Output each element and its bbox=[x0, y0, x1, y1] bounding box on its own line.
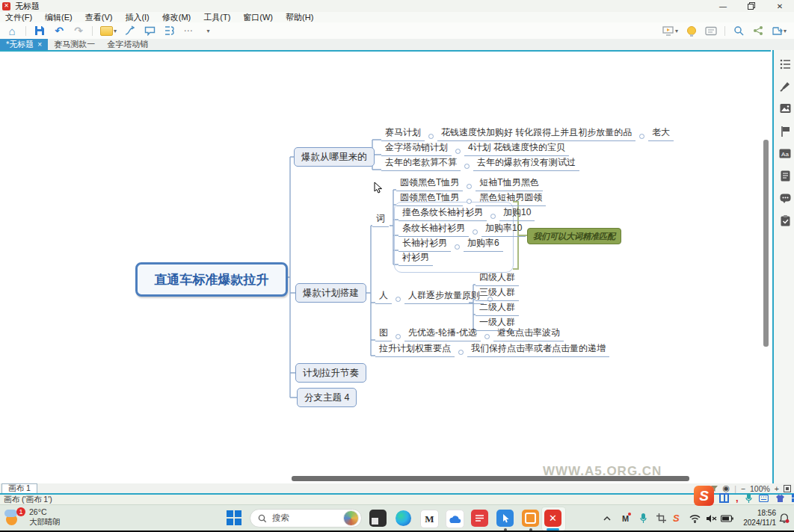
app-cloud[interactable] bbox=[446, 510, 464, 528]
chinese-mode-icon[interactable] bbox=[719, 493, 729, 503]
fit-screen-icon[interactable] bbox=[784, 485, 791, 492]
app-mindmaster-active[interactable]: ✕ bbox=[544, 510, 561, 527]
menu-edit[interactable]: 编辑(E) bbox=[45, 12, 73, 23]
menu-file[interactable]: 文件(F) bbox=[5, 12, 32, 23]
maximize-button[interactable] bbox=[737, 0, 766, 12]
topic[interactable]: 条纹长袖衬衫男 bbox=[398, 221, 469, 237]
topic[interactable]: 长袖衬衫男 bbox=[398, 236, 451, 252]
sogou-logo-icon[interactable]: S bbox=[694, 486, 714, 506]
menu-help[interactable]: 帮助(H) bbox=[286, 12, 313, 23]
more-tools-button[interactable]: ⋯ bbox=[182, 24, 194, 37]
task-panel-button[interactable] bbox=[779, 214, 791, 226]
zoom-out-button[interactable]: − bbox=[741, 484, 745, 493]
tray-battery[interactable] bbox=[721, 505, 733, 531]
home-button[interactable]: ⌂ bbox=[6, 24, 18, 37]
presentation-button[interactable]: ▾ bbox=[662, 24, 678, 37]
summary-callout[interactable]: 我们可以大词精准匹配 bbox=[527, 228, 621, 244]
topic[interactable]: 我们保持点击率或者点击量的递增 bbox=[467, 341, 609, 357]
tab-close-icon[interactable]: × bbox=[37, 40, 42, 49]
taskbar-clock[interactable]: 18:56 2024/11/1 bbox=[737, 509, 776, 528]
close-button[interactable]: ✕ bbox=[766, 0, 794, 12]
menu-window[interactable]: 窗口(W) bbox=[243, 12, 273, 23]
sogou-menu-icon[interactable] bbox=[792, 494, 794, 502]
start-button[interactable] bbox=[227, 510, 242, 526]
punctuation-icon[interactable]: , bbox=[736, 495, 739, 501]
tray-screenshot[interactable] bbox=[656, 505, 666, 531]
topic-word[interactable]: 词 bbox=[372, 211, 389, 227]
note-panel-button[interactable] bbox=[779, 170, 791, 182]
topic[interactable]: 赛马计划 bbox=[381, 126, 425, 141]
branch-build[interactable]: 爆款计划搭建 bbox=[295, 283, 366, 303]
menu-insert[interactable]: 插入(I) bbox=[125, 12, 149, 23]
doc-tab-saima[interactable]: 赛马测款一 bbox=[48, 39, 101, 50]
topic[interactable]: 人群逐步放量原则 bbox=[404, 288, 484, 304]
topic-picture[interactable]: 图 bbox=[375, 326, 392, 341]
topic[interactable]: 圆领黑色T恤男 bbox=[396, 191, 463, 206]
image-panel-button[interactable] bbox=[779, 102, 791, 114]
topic[interactable]: 圆领黑色T恤男 bbox=[396, 176, 463, 191]
zoom-in-button[interactable]: + bbox=[775, 484, 779, 493]
topic[interactable]: 拉升计划权重要点 bbox=[375, 341, 455, 357]
topic[interactable]: 花钱速度快加购好 转化跟得上并且初步放量的品 bbox=[437, 126, 635, 141]
central-topic[interactable]: 直通车标准爆款拉升 bbox=[135, 262, 288, 297]
topic[interactable]: 先优选-轮播-优选 bbox=[404, 326, 481, 341]
mic-icon[interactable] bbox=[745, 493, 752, 503]
keyboard-icon[interactable] bbox=[759, 495, 769, 502]
skin-shirt-icon[interactable] bbox=[775, 494, 785, 503]
redo-button[interactable]: ↷ bbox=[73, 24, 84, 37]
topic[interactable]: 二级人群 bbox=[476, 300, 519, 316]
app-m-tile[interactable]: M bbox=[420, 510, 439, 528]
topic[interactable]: 黑色短袖男圆领 bbox=[476, 191, 546, 206]
undo-button[interactable]: ↶ bbox=[53, 24, 65, 37]
topic[interactable]: 避免点击率波动 bbox=[493, 326, 564, 341]
search-button[interactable] bbox=[733, 24, 745, 37]
tray-mic[interactable] bbox=[640, 505, 647, 531]
vertical-scrollbar[interactable] bbox=[763, 140, 769, 347]
theme-style-button[interactable]: ▾ bbox=[100, 24, 117, 37]
menu-tools[interactable]: 工具(T) bbox=[203, 12, 230, 23]
relationship-button[interactable] bbox=[124, 24, 136, 37]
app-edge[interactable] bbox=[395, 510, 412, 527]
tray-sogou[interactable]: S bbox=[673, 505, 680, 531]
topic[interactable]: 金字塔动销计划 bbox=[381, 140, 452, 156]
minimize-button[interactable]: — bbox=[709, 0, 737, 12]
app-red-tile[interactable] bbox=[471, 510, 488, 527]
idea-button[interactable] bbox=[686, 24, 698, 37]
doc-tab-untitled[interactable]: *无标题 × bbox=[0, 39, 48, 50]
callout-button[interactable] bbox=[144, 24, 156, 37]
topic[interactable]: 去年的爆款有没有测试过 bbox=[473, 155, 579, 171]
topic[interactable]: 短袖T恤男黑色 bbox=[476, 176, 542, 191]
menu-view[interactable]: 查看(V) bbox=[85, 12, 113, 23]
memo-button[interactable] bbox=[705, 24, 717, 37]
app-orange-tile[interactable] bbox=[522, 510, 539, 527]
topic-people[interactable]: 人 bbox=[375, 288, 392, 304]
topic[interactable]: 加购10 bbox=[499, 205, 535, 221]
topic[interactable]: 撞色条纹长袖衬衫男 bbox=[398, 205, 487, 221]
tray-wifi[interactable] bbox=[689, 505, 701, 531]
app-dark-tile[interactable] bbox=[369, 510, 387, 527]
topic[interactable]: 老大 bbox=[648, 126, 674, 141]
flag-panel-button[interactable] bbox=[779, 125, 791, 137]
tray-m-app[interactable]: M bbox=[622, 505, 629, 531]
weather-widget[interactable]: 1 26°C 大部晴朗 bbox=[4, 507, 61, 527]
toolbar-dropdown-button[interactable]: ▾ bbox=[202, 24, 214, 37]
branch-rhythm[interactable]: 计划拉升节奏 bbox=[295, 363, 366, 383]
topic[interactable]: 三级人群 bbox=[476, 285, 519, 301]
topic[interactable]: 加购率10 bbox=[481, 221, 526, 237]
save-button[interactable] bbox=[34, 24, 46, 37]
tray-volume-muted[interactable] bbox=[706, 505, 717, 531]
font-panel-button[interactable]: Aa bbox=[779, 147, 791, 159]
canvas-tab[interactable]: 画布 1 bbox=[1, 483, 37, 493]
branch-4[interactable]: 分支主题 4 bbox=[297, 388, 357, 407]
topic[interactable]: 四级人群 bbox=[476, 270, 519, 286]
doc-tab-jinzita[interactable]: 金字塔动销 bbox=[101, 39, 154, 50]
outline-panel-button[interactable] bbox=[779, 58, 791, 69]
branch-from[interactable]: 爆款从哪里来的 bbox=[294, 147, 375, 167]
summary-button[interactable] bbox=[163, 24, 175, 37]
topic[interactable]: 去年的老款算不算 bbox=[381, 155, 461, 171]
format-painter-button[interactable] bbox=[779, 80, 791, 92]
taskbar-search[interactable]: 搜索 bbox=[250, 509, 362, 528]
horizontal-scrollbar[interactable] bbox=[292, 476, 689, 481]
tray-notifications[interactable] bbox=[779, 505, 790, 531]
tray-chevron[interactable] bbox=[603, 505, 612, 531]
